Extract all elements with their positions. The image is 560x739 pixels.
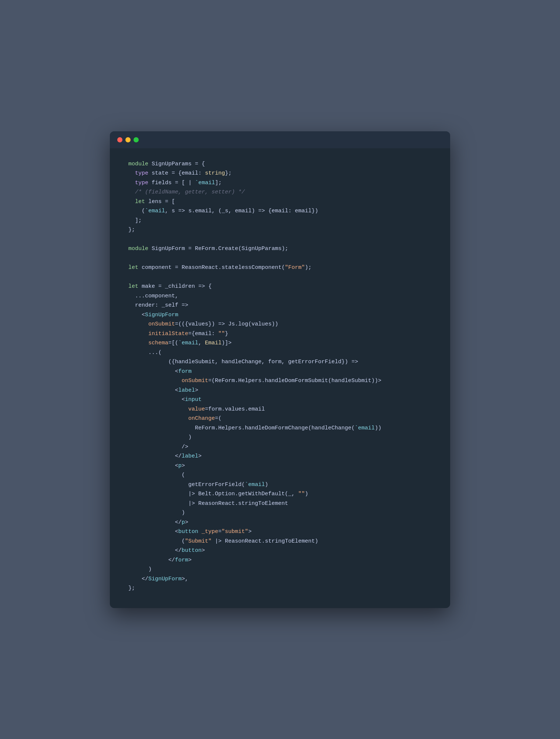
- minimize-button[interactable]: [125, 137, 131, 142]
- code-line: type state = {email: string};: [128, 169, 432, 178]
- code-line: value=form.values.email: [128, 405, 432, 414]
- code-line: let lens = [: [128, 197, 432, 207]
- code-line: ReForm.Helpers.handleDomFormChange(handl…: [128, 424, 432, 433]
- code-line: />: [128, 442, 432, 452]
- code-line: getErrorForField(`email): [128, 480, 432, 490]
- code-content: module SignUpParams = { type state = {em…: [110, 148, 450, 608]
- code-line: </label>: [128, 452, 432, 461]
- code-line: module SignUpParams = {: [128, 159, 432, 169]
- code-editor-window: module SignUpParams = { type state = {em…: [110, 131, 450, 608]
- code-line: /* (fieldName, getter, setter) */: [128, 188, 432, 197]
- code-line: <input: [128, 395, 432, 405]
- code-line: <label>: [128, 386, 432, 395]
- code-line: onSubmit=(ReForm.Helpers.handleDomFormSu…: [128, 376, 432, 386]
- code-line: <button _type="submit">: [128, 527, 432, 537]
- code-line: onSubmit=(({values}) => Js.log(values)): [128, 320, 432, 329]
- code-line: ...component,: [128, 291, 432, 301]
- code-line: onChange=(: [128, 414, 432, 424]
- code-line: ("Submit" |> ReasonReact.stringToElement…: [128, 537, 432, 546]
- code-line: initialState={email: ""}: [128, 329, 432, 339]
- code-line: <form: [128, 367, 432, 377]
- code-line: ): [128, 433, 432, 442]
- code-line: };: [128, 225, 432, 235]
- code-line: ...(: [128, 348, 432, 358]
- code-line: ];: [128, 216, 432, 226]
- maximize-button[interactable]: [134, 137, 139, 142]
- code-line: </SignUpForm>,: [128, 574, 432, 584]
- code-line: };: [128, 584, 432, 593]
- code-line: module SignUpForm = ReForm.Create(SignUp…: [128, 244, 432, 254]
- close-button[interactable]: [117, 137, 122, 142]
- code-line: let make = _children => {: [128, 282, 432, 291]
- code-line: </button>: [128, 546, 432, 556]
- code-line: ({handleSubmit, handleChange, form, getE…: [128, 357, 432, 367]
- code-line: (: [128, 470, 432, 480]
- code-line: <SignUpForm: [128, 310, 432, 320]
- code-line: type fields = [ | `email];: [128, 178, 432, 188]
- code-line: ): [128, 565, 432, 574]
- code-line: |> Belt.Option.getWithDefault(_, ""): [128, 489, 432, 499]
- titlebar: [110, 131, 450, 148]
- code-line: ): [128, 508, 432, 518]
- code-line: <p>: [128, 461, 432, 471]
- code-line: </p>: [128, 518, 432, 527]
- code-line: |> ReasonReact.stringToElement: [128, 499, 432, 509]
- code-line: let component = ReasonReact.statelessCom…: [128, 263, 432, 273]
- code-line: schema=[(`email, Email)]>: [128, 338, 432, 348]
- code-line: render: _self =>: [128, 301, 432, 310]
- code-line: </form>: [128, 556, 432, 565]
- code-line: (`email, s => s.email, (_s, email) => {e…: [128, 206, 432, 216]
